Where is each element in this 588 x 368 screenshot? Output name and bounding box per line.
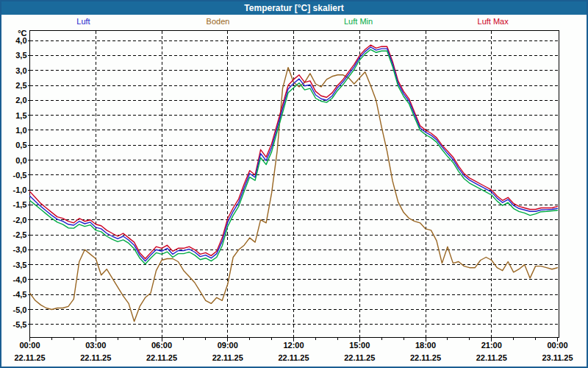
y-tick-label: -5,0 (13, 305, 27, 314)
y-tick-label: -2,5 (13, 230, 27, 239)
x-tick-time-label: 00:00 (19, 341, 40, 350)
y-tick-label: 3,5 (15, 51, 26, 60)
y-tick-label: -4,0 (13, 275, 27, 284)
y-tick-label: 2,5 (15, 81, 26, 90)
y-tick-label: 1,0 (15, 126, 26, 135)
y-tick-label: 0,5 (15, 141, 26, 149)
y-tick-label: -2,0 (13, 216, 27, 224)
y-tick-label: 4,0 (15, 36, 26, 45)
y-tick-label: 3,0 (15, 66, 26, 75)
y-tick-label: -5,5 (13, 320, 27, 329)
x-tick-date-label: 22.11.25 (278, 353, 309, 362)
x-tick-time-label: 15:00 (349, 341, 370, 350)
y-tick-label: -0,5 (13, 171, 27, 180)
x-tick-date-label: 22.11.25 (476, 353, 507, 362)
y-axis-unit-label: °C (18, 29, 26, 38)
x-tick-date-label: 22.11.25 (80, 353, 111, 362)
x-tick-time-label: 12:00 (283, 341, 304, 350)
x-tick-time-label: 06:00 (151, 341, 172, 350)
x-tick-time-label: 18:00 (415, 341, 436, 350)
x-tick-time-label: 21:00 (481, 341, 502, 350)
x-tick-date-label: 22.11.25 (212, 353, 243, 362)
y-tick-label: -1,5 (13, 200, 27, 209)
y-tick-label: 1,5 (15, 111, 26, 120)
x-tick-time-label: 03:00 (85, 341, 106, 350)
app-window: Temperatur [°C] skaliert LuftBodenLuft M… (0, 0, 588, 368)
x-tick-date-label: 23.11.25 (542, 353, 573, 362)
y-tick-label: -3,0 (13, 245, 27, 254)
x-tick-date-label: 22.11.25 (146, 353, 177, 362)
y-tick-label: 2,0 (15, 96, 26, 105)
y-tick-label: -1,0 (13, 185, 27, 194)
y-tick-label: 0,0 (15, 156, 26, 165)
temperature-chart: 4,03,53,02,52,01,51,00,50,0-0,5-1,0-1,5-… (0, 0, 588, 368)
y-tick-label: -4,5 (13, 290, 27, 299)
x-tick-date-label: 22.11.25 (14, 353, 45, 362)
y-tick-label: -3,5 (13, 261, 27, 269)
x-tick-date-label: 22.11.25 (344, 353, 375, 362)
x-tick-time-label: 00:00 (547, 341, 567, 350)
x-tick-date-label: 22.11.25 (410, 353, 441, 362)
x-tick-time-label: 09:00 (218, 341, 238, 350)
